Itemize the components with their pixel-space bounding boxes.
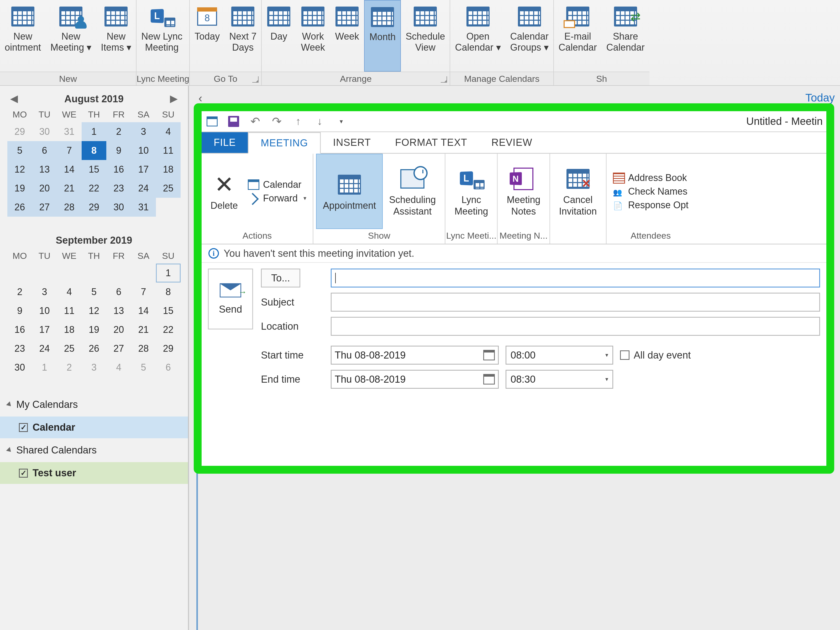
tab-file[interactable]: FILE — [202, 132, 248, 153]
appointment-button[interactable]: Appointment — [316, 154, 383, 229]
calendar-day[interactable]: 30 — [32, 122, 57, 141]
to-button[interactable]: To... — [261, 269, 300, 287]
tab-meeting[interactable]: MEETING — [248, 132, 321, 154]
calendar-day[interactable]: 3 — [82, 358, 106, 377]
calendar-day[interactable]: 24 — [32, 339, 57, 358]
day-view-button[interactable]: Day — [262, 0, 296, 72]
check-names-button[interactable]: Check Names — [613, 186, 688, 197]
address-book-button[interactable]: Address Book — [613, 172, 688, 183]
calendar-day[interactable]: 12 — [7, 160, 32, 179]
calendar-day[interactable]: 27 — [106, 339, 131, 358]
calendar-day[interactable]: 30 — [7, 358, 32, 377]
tab-review[interactable]: REVIEW — [479, 132, 545, 153]
new-meeting-button[interactable]: New Meeting ▾ — [46, 0, 96, 72]
calendar-picker-icon[interactable] — [483, 374, 495, 384]
calendar-day[interactable]: 11 — [57, 301, 82, 320]
calendar-day[interactable]: 25 — [156, 179, 181, 198]
new-appointment-button[interactable]: New ointment — [0, 0, 46, 72]
cancel-invitation-button[interactable]: Cancel Invitation — [553, 154, 603, 229]
month-view-button[interactable]: Month — [364, 0, 401, 72]
end-date-picker[interactable]: Thu 08-08-2019 — [331, 370, 499, 389]
collapse-pane-icon[interactable]: ‹ — [199, 91, 202, 105]
calendar-day[interactable]: 23 — [7, 339, 32, 358]
calendar-day[interactable]: 18 — [156, 160, 181, 179]
next-month-icon[interactable]: ▶ — [170, 93, 177, 104]
calendar-day[interactable]: 8 — [82, 141, 106, 160]
chevron-down-icon[interactable] — [303, 195, 306, 202]
calendar-day[interactable]: 29 — [156, 339, 181, 358]
forward-button[interactable]: Forward — [248, 193, 306, 204]
calendar-day[interactable]: 22 — [82, 179, 106, 198]
delete-button[interactable]: ✕Delete — [204, 154, 244, 229]
tab-format-text[interactable]: FORMAT TEXT — [383, 132, 479, 153]
calendar-day[interactable]: 15 — [82, 160, 106, 179]
calendar-day[interactable]: 17 — [32, 320, 57, 339]
calendar-day[interactable]: 2 — [57, 358, 82, 377]
scheduling-assistant-button[interactable]: Scheduling Assistant — [383, 154, 442, 229]
calendar-button[interactable]: Calendar — [248, 179, 306, 190]
calendar-day[interactable]: 11 — [156, 141, 181, 160]
calendar-day[interactable]: 18 — [57, 320, 82, 339]
all-day-checkbox[interactable]: All day event — [620, 350, 691, 361]
calendar-day[interactable]: 16 — [106, 160, 131, 179]
calendar-day[interactable]: 19 — [82, 320, 106, 339]
calendar-day[interactable]: 30 — [106, 198, 131, 217]
calendar-day[interactable]: 21 — [131, 320, 156, 339]
redo-icon[interactable]: ↷ — [270, 115, 283, 128]
calendar-day[interactable]: 3 — [32, 282, 57, 301]
calendar-day[interactable]: 26 — [7, 198, 32, 217]
calendar-day[interactable]: 24 — [131, 179, 156, 198]
checkbox-icon[interactable] — [19, 423, 28, 432]
calendar-day[interactable]: 22 — [156, 320, 181, 339]
calendar-day[interactable]: 10 — [32, 301, 57, 320]
schedule-view-button[interactable]: Schedule View — [401, 0, 450, 72]
calendar-day[interactable]: 14 — [57, 160, 82, 179]
calendar-day[interactable]: 16 — [7, 320, 32, 339]
previous-item-icon[interactable]: ↑ — [292, 115, 305, 128]
calendar-group-header[interactable]: Shared Calendars — [0, 438, 188, 462]
customize-qat-icon[interactable] — [335, 115, 347, 128]
next-item-icon[interactable]: ↓ — [313, 115, 326, 128]
workweek-view-button[interactable]: Work Week — [296, 0, 330, 72]
calendar-day[interactable]: 7 — [57, 141, 82, 160]
calendar-day[interactable]: 25 — [57, 339, 82, 358]
lync-meeting-button[interactable]: LLync Meeting — [448, 154, 494, 229]
calendar-day[interactable]: 15 — [156, 301, 181, 320]
calendar-day[interactable]: 8 — [156, 282, 181, 301]
calendar-day[interactable]: 9 — [106, 141, 131, 160]
start-time-picker[interactable]: 08:00 — [505, 346, 613, 365]
checkbox-icon[interactable] — [19, 469, 28, 477]
new-lync-meeting-button[interactable]: LNew Lync Meeting — [136, 0, 187, 72]
location-field[interactable] — [331, 317, 820, 336]
calendar-day[interactable]: 1 — [82, 122, 106, 141]
calendar-day[interactable]: 29 — [82, 198, 106, 217]
save-icon[interactable] — [227, 115, 240, 128]
calendar-day[interactable]: 14 — [131, 301, 156, 320]
calendar-day[interactable]: 5 — [131, 358, 156, 377]
calendar-day[interactable]: 3 — [131, 122, 156, 141]
calendar-day[interactable]: 23 — [106, 179, 131, 198]
email-calendar-button[interactable]: E-mail Calendar — [554, 0, 602, 72]
new-items-button[interactable]: New Items ▾ — [96, 0, 136, 72]
calendar-day[interactable]: 4 — [106, 358, 131, 377]
system-menu-icon[interactable] — [206, 115, 218, 128]
calendar-groups-button[interactable]: Calendar Groups ▾ — [505, 0, 553, 72]
dialog-launcher-icon[interactable] — [441, 76, 447, 83]
calendar-day[interactable]: 2 — [106, 122, 131, 141]
calendar-list-item[interactable]: Test user — [0, 462, 188, 484]
calendar-day[interactable]: 20 — [32, 179, 57, 198]
calendar-day[interactable]: 20 — [106, 320, 131, 339]
calendar-day[interactable]: 5 — [82, 282, 106, 301]
share-calendar-button[interactable]: ⇄Share Calendar — [602, 0, 649, 72]
chevron-down-icon[interactable] — [605, 352, 608, 359]
week-view-button[interactable]: Week — [330, 0, 364, 72]
start-date-picker[interactable]: Thu 08-08-2019 — [331, 346, 499, 365]
today-button[interactable]: 8Today — [190, 0, 224, 72]
calendar-day[interactable]: 4 — [57, 282, 82, 301]
calendar-day[interactable]: 6 — [156, 358, 181, 377]
open-calendar-button[interactable]: Open Calendar ▾ — [450, 0, 505, 72]
calendar-day[interactable]: 19 — [7, 179, 32, 198]
response-options-button[interactable]: Response Opt — [613, 200, 688, 211]
calendar-day[interactable]: 31 — [57, 122, 82, 141]
undo-icon[interactable]: ↶ — [249, 115, 261, 128]
